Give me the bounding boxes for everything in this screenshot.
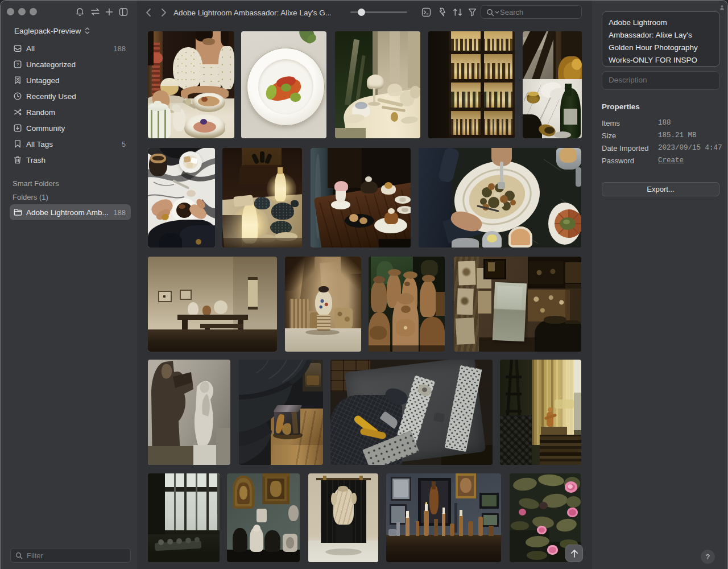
svg-text:?: ? (16, 62, 19, 67)
